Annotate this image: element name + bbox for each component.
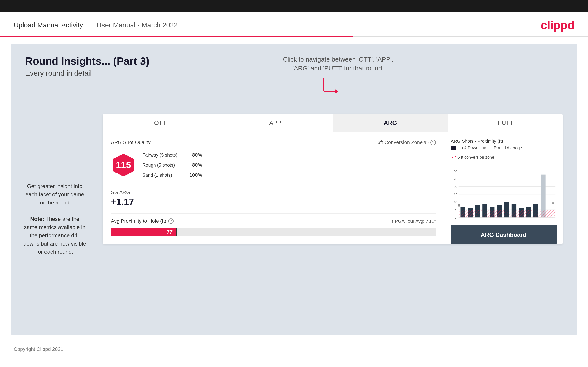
legend-round-average: Round Average (483, 146, 522, 150)
legend-up-down: Up & Down (451, 146, 478, 150)
svg-point-19 (458, 204, 460, 207)
svg-marker-2 (335, 89, 338, 94)
legend: Up & Down Round Average 6 ft conversion … (451, 146, 556, 160)
proximity-cursor (176, 228, 177, 236)
shot-row-fairway: Fairway (5 shots) 80% (142, 152, 202, 158)
sg-label: SG ARG (111, 189, 436, 195)
shot-quality-rows: Fairway (5 shots) 80% Rough (5 shots) (142, 152, 202, 178)
legend-zone-icon (451, 156, 456, 159)
main-content: Round Insights... (Part 3) Every round i… (11, 43, 577, 335)
proximity-help-icon[interactable]: ? (168, 218, 174, 224)
upload-link[interactable]: Upload Manual Activity (14, 21, 83, 29)
tab-putt[interactable]: PUTT (448, 114, 563, 132)
shot-row-sand: Sand (1 shots) 100% (142, 172, 202, 178)
svg-text:5: 5 (455, 208, 456, 212)
header-divider (0, 36, 588, 37)
proximity-bar-fill: 77' (111, 228, 176, 236)
arg-dashboard-button[interactable]: ARG Dashboard (451, 225, 556, 244)
hex-value: 115 (116, 160, 131, 170)
panel-header: ARG Shot Quality 6ft Conversion Zone % ? (111, 140, 436, 145)
header: Upload Manual Activity User Manual - Mar… (0, 12, 588, 36)
sg-section: SG ARG +1.17 (111, 185, 436, 207)
tab-arg[interactable]: ARG (333, 114, 448, 132)
hex-container: 115 Fairway (5 shots) 80% (111, 152, 436, 178)
proximity-label: Avg Proximity to Hole (ft) ? (111, 218, 174, 224)
left-panel: ARG Shot Quality 6ft Conversion Zone % ?… (103, 132, 444, 244)
panel-header-right: 6ft Conversion Zone % ? (377, 140, 436, 145)
svg-text:8: 8 (552, 202, 554, 205)
legend-conversion-zone: 6 ft conversion zone (451, 155, 494, 160)
chart-header: ARG Shots - Proximity (ft) Up & Down Rou… (451, 139, 556, 160)
proximity-bar-container: 77' (111, 228, 436, 236)
tab-ott[interactable]: OTT (103, 114, 218, 132)
svg-text:30: 30 (454, 170, 457, 173)
pga-avg: ↑ PGA Tour Avg: 7'10" (391, 219, 436, 224)
chart-area: 0 5 10 15 20 25 30 (451, 163, 556, 222)
svg-text:0: 0 (455, 216, 456, 219)
legend-round-avg-label: Round Average (494, 146, 522, 150)
legend-zone-label: 6 ft conversion zone (458, 155, 494, 160)
chart-svg: 0 5 10 15 20 25 30 (451, 163, 556, 222)
proximity-header: Avg Proximity to Hole (ft) ? ↑ PGA Tour … (111, 218, 436, 224)
sand-label: Sand (1 shots) (142, 173, 179, 178)
hexagon-badge: 115 (111, 152, 136, 178)
fairway-label: Fairway (5 shots) (142, 152, 179, 158)
rough-pct: 80% (186, 162, 202, 168)
legend-up-down-label: Up & Down (458, 146, 478, 150)
svg-text:15: 15 (454, 193, 457, 196)
dashboard-card: OTT APP ARG PUTT ARG Shot Quality 6ft Co… (103, 114, 563, 244)
sidebar-text: Get greater insight into each facet of y… (23, 182, 87, 256)
nav-hint: Click to navigate between 'OTT', 'APP', … (283, 55, 393, 73)
legend-dashed-icon (483, 146, 492, 150)
conversion-zone (459, 210, 555, 217)
fairway-pct: 80% (186, 152, 202, 158)
svg-text:10: 10 (454, 200, 457, 204)
shot-row-rough: Rough (5 shots) 80% (142, 162, 202, 168)
sand-pct: 100% (186, 172, 202, 178)
arrow-container (317, 75, 344, 104)
svg-text:20: 20 (454, 185, 457, 189)
card-body: ARG Shot Quality 6ft Conversion Zone % ?… (103, 132, 563, 244)
conversion-zone-label: 6ft Conversion Zone % (377, 140, 429, 145)
top-bar (0, 0, 588, 12)
copyright: Copyright Clippd 2021 (14, 346, 63, 352)
legend-box-icon (451, 146, 456, 150)
svg-text:25: 25 (454, 177, 457, 181)
proximity-section: Avg Proximity to Hole (ft) ? ↑ PGA Tour … (111, 213, 436, 236)
proximity-value: 77' (167, 229, 174, 235)
tab-app[interactable]: APP (218, 114, 333, 132)
sg-value: +1.17 (111, 197, 436, 207)
header-left: Upload Manual Activity User Manual - Mar… (14, 21, 178, 29)
panel-header-title: ARG Shot Quality (111, 140, 151, 145)
logo: clippd (541, 18, 574, 32)
right-panel: ARG Shots - Proximity (ft) Up & Down Rou… (444, 132, 563, 244)
tabs: OTT APP ARG PUTT (103, 114, 563, 132)
help-icon[interactable]: ? (430, 140, 436, 145)
rough-label: Rough (5 shots) (142, 163, 179, 168)
footer: Copyright Clippd 2021 (0, 342, 588, 357)
user-manual-title: User Manual - March 2022 (97, 21, 178, 29)
chart-title: ARG Shots - Proximity (ft) (451, 139, 503, 144)
